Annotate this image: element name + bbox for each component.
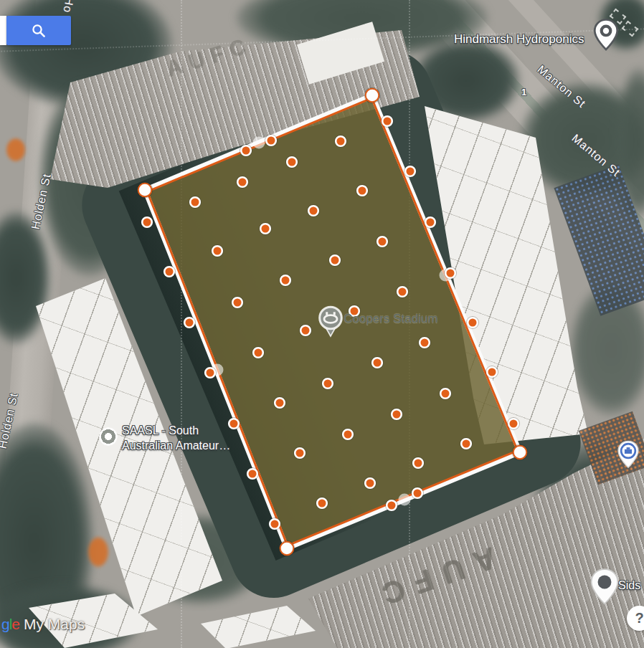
data-point[interactable] [420,338,430,348]
route-shield: 1 [521,87,527,97]
data-point[interactable] [323,378,333,389]
data-point[interactable] [205,368,215,378]
vertex-handle[interactable] [513,446,527,459]
data-point[interactable] [275,398,285,408]
my-maps-label: My Maps [24,616,85,632]
google-my-maps-watermark: gleMy Maps [1,616,85,633]
data-point[interactable] [365,478,375,488]
data-point[interactable] [184,318,194,328]
data-point[interactable] [300,325,311,335]
data-point[interactable] [405,166,415,176]
data-point[interactable] [260,224,270,234]
data-point[interactable] [308,206,318,216]
saasl-label-line1: SAASL - South [122,423,230,438]
google-logo-fragment: gle [1,616,19,632]
data-point[interactable] [445,268,455,278]
data-point[interactable] [237,177,247,187]
hindmarsh-pin[interactable] [593,19,619,51]
coopers-stadium-label: Coopers Stadium [344,312,437,326]
data-point[interactable] [142,217,152,227]
data-point[interactable] [164,267,174,277]
saasl-pin[interactable] [99,427,118,446]
data-point[interactable] [357,186,367,196]
google-logo-letter: e [11,616,19,632]
vertex-handle[interactable] [280,542,294,556]
data-point[interactable] [397,287,407,297]
school-pin[interactable] [617,440,640,469]
data-point[interactable] [440,389,450,399]
data-point[interactable] [270,519,280,529]
midpoint-handle[interactable] [399,494,411,506]
data-point[interactable] [377,237,387,247]
sids-pin[interactable] [589,568,620,606]
data-point[interactable] [266,135,276,146]
data-point[interactable] [468,318,478,328]
data-point[interactable] [253,348,263,358]
search-button[interactable] [6,16,71,45]
data-point[interactable] [317,498,327,508]
data-point[interactable] [413,458,423,468]
saasl-label: SAASL - South Australian Amateur… [122,423,230,453]
data-point[interactable] [229,419,239,429]
data-point[interactable] [382,116,392,126]
my-maps-canvas[interactable]: AUFC AUFC Manton St Manton St Holden St … [0,0,644,648]
data-point[interactable] [295,448,305,458]
data-point[interactable] [212,246,222,256]
data-point[interactable] [190,197,200,207]
search-icon [31,23,47,39]
data-point[interactable] [461,439,471,449]
data-point[interactable] [330,255,340,265]
coopers-stadium-icon[interactable] [318,305,344,338]
data-point[interactable] [425,217,435,227]
help-label: ? [635,610,643,626]
data-point[interactable] [392,409,402,419]
vertex-handle[interactable] [366,89,379,103]
midpoint-handle[interactable] [253,137,265,149]
data-point[interactable] [487,367,497,377]
data-point[interactable] [372,358,382,368]
data-point[interactable] [247,469,257,479]
search-input[interactable] [0,16,6,45]
data-point[interactable] [343,429,353,439]
saasl-label-line2: Australian Amateur… [122,438,230,453]
data-point[interactable] [280,275,290,285]
data-point[interactable] [412,488,422,498]
data-point[interactable] [508,419,518,429]
data-point[interactable] [232,297,242,308]
data-point[interactable] [241,146,251,156]
hindmarsh-label: Hindmarsh Hydroponics [454,32,584,47]
data-point[interactable] [336,136,346,146]
google-logo-letter: g [1,616,9,632]
sids-label: Sids [618,579,640,592]
vertex-handle[interactable] [138,184,152,197]
data-point[interactable] [387,500,397,510]
data-point[interactable] [287,157,297,167]
